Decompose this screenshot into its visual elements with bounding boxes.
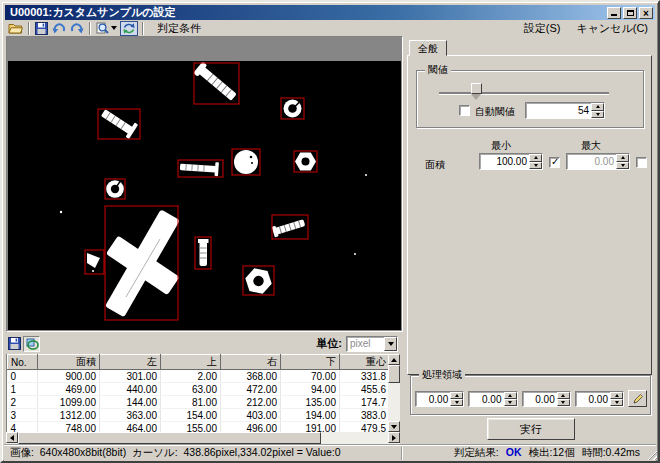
auto-threshold-checkbox[interactable]: ✓ bbox=[459, 105, 470, 116]
noise-dot bbox=[354, 253, 356, 255]
combo-dropdown-button bbox=[384, 337, 397, 351]
table-cell: 3 bbox=[8, 409, 38, 422]
arrow-down-icon bbox=[615, 401, 619, 404]
binary-image-area[interactable] bbox=[8, 61, 401, 330]
area-min-checkbox[interactable]: ✓ bbox=[549, 157, 560, 168]
save-button[interactable] bbox=[34, 21, 49, 36]
table-row[interactable]: 1469.00440.0063.00472.0094.00455.6 bbox=[8, 383, 390, 396]
arrow-up-icon bbox=[596, 105, 600, 108]
arrow-up-icon bbox=[615, 394, 619, 397]
noise-dot bbox=[365, 174, 367, 176]
open-button[interactable] bbox=[7, 21, 24, 36]
undo-button[interactable] bbox=[51, 21, 67, 36]
result-value: OK bbox=[506, 446, 522, 460]
table-row[interactable]: 21099.00144.0081.00212.00135.00174.7 bbox=[8, 396, 390, 409]
region-x-value[interactable]: 0.00 bbox=[416, 392, 450, 406]
spin-up-button[interactable] bbox=[557, 392, 570, 399]
object-disc-5 bbox=[234, 150, 258, 174]
horizontal-scroll-thumb[interactable] bbox=[18, 432, 321, 444]
judge-conditions-button[interactable]: 判定条件 bbox=[157, 21, 201, 36]
area-min-spinner: 100.00 bbox=[479, 153, 543, 170]
table-cell: 440.00 bbox=[100, 383, 161, 396]
scroll-right-button[interactable] bbox=[388, 432, 400, 443]
tab-general[interactable]: 全般 bbox=[409, 40, 447, 56]
spin-up-button[interactable] bbox=[616, 154, 629, 162]
scroll-down-button[interactable] bbox=[388, 421, 400, 432]
arrow-right-icon bbox=[392, 435, 396, 441]
vertical-scroll-thumb[interactable] bbox=[388, 365, 400, 383]
table-cell: 1099.00 bbox=[38, 396, 100, 409]
spin-up-button[interactable] bbox=[610, 392, 623, 399]
show-graphics-button[interactable] bbox=[23, 336, 40, 352]
unit-value: pixel bbox=[347, 338, 384, 349]
minimize-button[interactable] bbox=[607, 7, 621, 19]
threshold-value[interactable]: 54 bbox=[526, 103, 591, 118]
ellipse-icon bbox=[25, 338, 39, 350]
table-row[interactable]: 31312.00363.00154.00403.00194.00383.0 bbox=[8, 409, 390, 422]
threshold-group-label: 閾値 bbox=[425, 64, 451, 76]
region-y-value[interactable]: 0.00 bbox=[469, 392, 503, 406]
menu-cancel[interactable]: キャンセル(C) bbox=[576, 21, 648, 36]
arrow-down-icon bbox=[621, 164, 625, 167]
maximize-button[interactable] bbox=[623, 7, 637, 19]
undo-arrow-icon bbox=[52, 22, 66, 35]
threshold-slider-track[interactable] bbox=[439, 92, 609, 95]
save-results-button[interactable] bbox=[6, 336, 23, 352]
table-row[interactable]: 0900.00301.002.00368.0070.00331.8 bbox=[8, 370, 390, 383]
redo-button[interactable] bbox=[69, 21, 85, 36]
title-bar: U00001:カスタムサンプルの設定 × bbox=[5, 5, 655, 20]
table-cell: 154.00 bbox=[161, 409, 221, 422]
spin-up-button[interactable] bbox=[450, 392, 463, 399]
pencil-icon bbox=[632, 393, 644, 405]
spin-down-button[interactable] bbox=[504, 399, 517, 406]
spin-down-button[interactable] bbox=[529, 162, 542, 170]
table-cell: 383.0 bbox=[340, 409, 390, 422]
close-button[interactable]: × bbox=[639, 7, 653, 19]
table-cell: 368.00 bbox=[221, 370, 281, 383]
table-cell: 2.00 bbox=[161, 370, 221, 383]
arrow-down-icon bbox=[508, 401, 512, 404]
spin-up-button[interactable] bbox=[529, 154, 542, 162]
horizontal-scrollbar[interactable] bbox=[6, 432, 400, 444]
table-cell: 301.00 bbox=[100, 370, 161, 383]
window-title: U00001:カスタムサンプルの設定 bbox=[10, 5, 176, 20]
scroll-left-button[interactable] bbox=[6, 432, 18, 443]
spin-up-button[interactable] bbox=[504, 392, 517, 399]
save-floppy-icon bbox=[8, 337, 21, 350]
min-header: 最小 bbox=[491, 139, 511, 153]
spin-down-button[interactable] bbox=[450, 399, 463, 406]
threshold-slider-thumb[interactable] bbox=[471, 83, 482, 94]
menu-settings[interactable]: 設定(S) bbox=[524, 21, 561, 36]
spin-down-button[interactable] bbox=[557, 399, 570, 406]
region-h-value[interactable]: 0.00 bbox=[576, 392, 610, 406]
result-label: 判定結果: bbox=[454, 446, 499, 460]
threshold-spinner: 54 bbox=[525, 102, 605, 119]
scroll-up-button[interactable] bbox=[388, 354, 400, 365]
area-max-checkbox[interactable]: ✓ bbox=[636, 157, 647, 168]
arrow-up-icon bbox=[391, 358, 397, 362]
arrow-left-icon bbox=[10, 435, 14, 441]
execute-button[interactable]: 実行 bbox=[487, 418, 575, 440]
arrow-up-icon bbox=[621, 156, 625, 159]
binarize-view-button[interactable] bbox=[120, 21, 138, 36]
object-screw-10 bbox=[198, 239, 209, 266]
spin-up-button[interactable] bbox=[591, 103, 604, 111]
area-min-value[interactable]: 100.00 bbox=[480, 154, 529, 169]
table-cell: 363.00 bbox=[100, 409, 161, 422]
zoom-tool-button[interactable] bbox=[95, 21, 118, 36]
noise-dot bbox=[60, 211, 62, 213]
dropdown-arrow-icon bbox=[111, 26, 117, 30]
table-cell: 469.00 bbox=[38, 383, 100, 396]
table-cell: 94.00 bbox=[281, 383, 340, 396]
region-w-value[interactable]: 0.00 bbox=[523, 392, 557, 406]
vertical-scrollbar[interactable] bbox=[388, 354, 400, 432]
chevron-down-icon bbox=[388, 342, 394, 346]
unit-combobox: pixel bbox=[346, 336, 398, 352]
spin-down-button[interactable] bbox=[591, 111, 604, 119]
spin-down-button[interactable] bbox=[616, 162, 629, 170]
draw-region-button[interactable] bbox=[628, 390, 647, 407]
unit-label: 単位: bbox=[316, 336, 342, 351]
refresh-cycle-icon bbox=[122, 22, 136, 35]
spin-down-button[interactable] bbox=[610, 399, 623, 406]
binary-image bbox=[8, 61, 401, 330]
